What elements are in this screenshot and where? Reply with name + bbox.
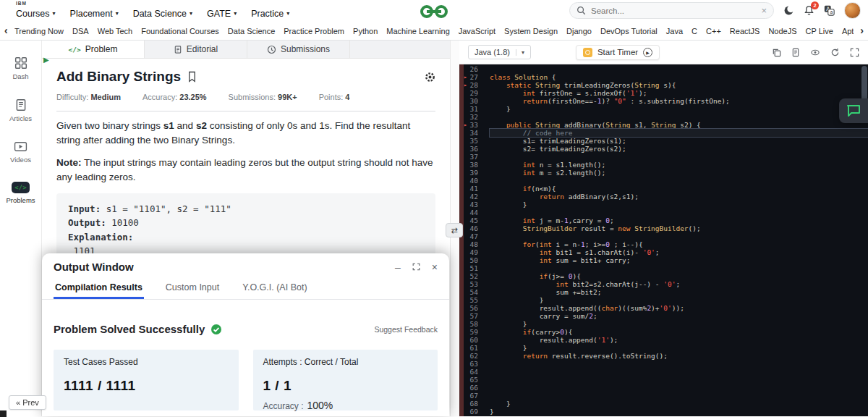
tab-problem[interactable]: </> Problem	[42, 41, 145, 58]
attempts-label: Attempts : Correct / Total	[263, 357, 428, 367]
clear-search-icon[interactable]: ×	[761, 6, 767, 15]
tab-editorial[interactable]: Editorial	[145, 41, 247, 58]
gutter-line-number: 47	[464, 232, 483, 240]
category-link[interactable]: Foundational Courses	[141, 27, 219, 35]
category-link[interactable]: Aptitude	[842, 27, 854, 35]
category-link[interactable]: Django	[566, 27, 592, 35]
tab-custom-input[interactable]: Custom Input	[164, 277, 221, 299]
start-timer-button[interactable]: Start Timer ▶	[576, 45, 660, 60]
search-input[interactable]	[591, 7, 756, 15]
suggest-feedback-link[interactable]: Suggest Feedback	[374, 325, 438, 334]
resize-handle-icon[interactable]: ⇄	[446, 223, 463, 237]
category-link[interactable]: Web Tech	[98, 27, 133, 35]
minimize-icon[interactable]: –	[395, 262, 401, 272]
main-menu: Courses ▾ Placement ▾ Data Science ▾ GAT…	[16, 9, 289, 19]
gutter-line-number: 59	[464, 328, 483, 336]
search-bar[interactable]: ×	[569, 2, 774, 19]
gfg-logo[interactable]	[419, 2, 449, 23]
scroll-right-icon[interactable]: ›	[860, 25, 864, 36]
code-line: int sum = bit1+ carry;	[490, 256, 868, 264]
editor-gutter[interactable]: 26▸27▸2829303132▸33343536373839404142434…	[464, 64, 483, 416]
menu-item-label: Placement	[70, 9, 113, 19]
code-line: StringBuilder result = new StringBuilder…	[490, 224, 868, 232]
code-line: // code here	[490, 129, 868, 137]
menu-item[interactable]: Data Science ▾	[133, 9, 192, 19]
code-area[interactable]: class Solution { static String trimLeadi…	[483, 64, 868, 416]
menu-item-label: Practice	[251, 9, 284, 19]
code-line: }	[490, 296, 868, 304]
status-message: Problem Solved Successfully	[54, 323, 205, 335]
close-icon[interactable]: ×	[432, 262, 438, 272]
panel-resizer[interactable]: ⇄	[451, 41, 459, 416]
translate-icon[interactable]: A a	[824, 5, 835, 16]
problem-title: Add Binary Strings	[56, 69, 181, 85]
gutter-line-number: ▸28	[464, 81, 483, 89]
code-line: class Solution {	[490, 73, 868, 81]
tab-submissions[interactable]: Submissions	[247, 41, 350, 58]
start-timer-label: Start Timer	[597, 48, 638, 56]
code-line	[490, 232, 868, 240]
eye-icon[interactable]	[810, 48, 820, 57]
tab-label: Submissions	[281, 44, 330, 54]
prev-button[interactable]: « Prev	[9, 395, 46, 410]
collapse-panel-icon[interactable]: ▶	[43, 56, 49, 64]
code-editor: 26▸27▸2829303132▸33343536373839404142434…	[459, 64, 868, 416]
category-link[interactable]: ReactJS	[730, 27, 760, 35]
file-icon[interactable]	[791, 48, 800, 57]
output-tabs: Compilation Results Custom Input Y.O.G.I…	[42, 277, 449, 300]
sidebar-item-articles[interactable]: Articles	[9, 98, 32, 122]
notifications-button[interactable]: 2	[804, 5, 814, 16]
menu-item[interactable]: Placement ▾	[70, 9, 119, 19]
sidebar-item-problems[interactable]: </> Problems	[6, 182, 35, 204]
gutter-line-number: 53	[464, 280, 483, 288]
copy-icon[interactable]	[772, 48, 781, 57]
avatar[interactable]	[844, 2, 861, 19]
tab-yogi-ai-bot[interactable]: Y.O.G.I. (AI Bot)	[241, 277, 308, 299]
tab-compilation-results[interactable]: Compilation Results	[54, 277, 144, 299]
menu-item[interactable]: Practice ▾	[251, 9, 289, 19]
reset-icon[interactable]	[830, 48, 840, 57]
maximize-icon[interactable]	[412, 263, 420, 271]
language-select[interactable]: Java (1.8) ▾	[468, 45, 531, 59]
gutter-line-number: 34	[464, 129, 483, 137]
gutter-line-number: 68	[464, 400, 483, 408]
sidebar-item-videos[interactable]: Videos	[10, 140, 31, 164]
category-link[interactable]: Java	[666, 27, 683, 35]
category-link[interactable]: Trending Now	[14, 27, 64, 35]
code-line	[490, 177, 868, 185]
category-link[interactable]: NodeJS	[768, 27, 796, 35]
category-link[interactable]: JavaScript	[459, 27, 495, 35]
category-link[interactable]: DSA	[72, 27, 89, 35]
test-cases-card: Test Cases Passed 1111 / 1111	[54, 350, 239, 410]
problem-tabs: </> Problem Editorial Submissions	[42, 41, 450, 59]
gutter-line-number: 40	[464, 177, 483, 185]
category-link[interactable]: Practice Problem	[284, 27, 344, 35]
category-link[interactable]: C	[692, 27, 697, 35]
menu-item[interactable]: Courses ▾	[16, 9, 56, 19]
sidebar-item-dash[interactable]: Dash	[12, 56, 28, 80]
fold-marker-icon: ▸	[464, 122, 467, 128]
scroll-left-icon[interactable]: ‹	[4, 25, 8, 36]
test-cases-value: 1111 / 1111	[64, 378, 229, 394]
category-link[interactable]: Data Science	[228, 27, 275, 35]
code-line	[490, 264, 868, 272]
document-icon	[174, 45, 182, 54]
sidebar-item-label: Videos	[10, 156, 31, 164]
category-link[interactable]: DevOps Tutorial	[600, 27, 658, 35]
problem-stats: Difficulty:Medium Accuracy:23.25% Submis…	[56, 93, 435, 101]
code-line: for(int i = n-1; i>=0 ; i--){	[490, 240, 868, 248]
gutter-line-number: 61	[464, 344, 483, 352]
fullscreen-icon[interactable]	[850, 48, 859, 57]
menu-item[interactable]: GATE ▾	[207, 9, 237, 19]
category-link[interactable]: CP Live	[806, 27, 833, 35]
category-link[interactable]: C++	[706, 27, 721, 35]
category-link[interactable]: Python	[353, 27, 378, 35]
code-line	[490, 384, 868, 392]
code-line: }	[490, 201, 868, 208]
dark-mode-icon[interactable]	[783, 5, 794, 16]
category-link[interactable]: System Design	[504, 27, 558, 35]
settings-icon[interactable]	[425, 72, 435, 83]
category-link[interactable]: Machine Learning	[386, 27, 449, 35]
bookmark-icon[interactable]	[187, 71, 197, 83]
chat-widget[interactable]	[839, 98, 868, 123]
